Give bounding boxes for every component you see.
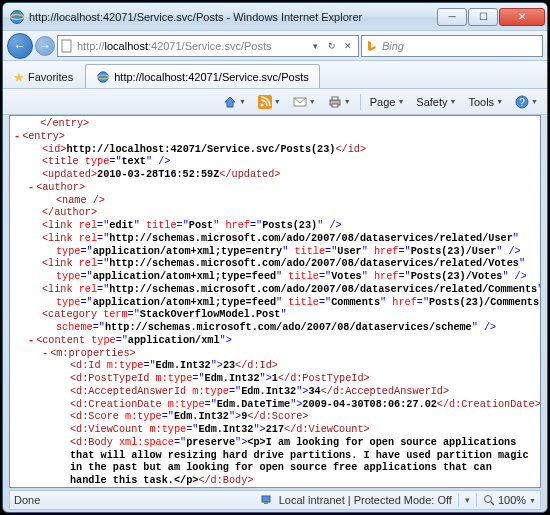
close-button[interactable]: ✕	[499, 8, 545, 26]
svg-rect-2	[62, 40, 71, 52]
browser-window: http://localhost:42071/Service.svc/Posts…	[2, 2, 548, 513]
refresh-button[interactable]: ↻	[324, 38, 340, 54]
search-box[interactable]: Bing	[361, 35, 543, 57]
favorites-button[interactable]: ★ Favorites	[7, 66, 79, 88]
search-placeholder: Bing	[382, 40, 404, 52]
protected-mode-icon[interactable]: ▾	[465, 495, 470, 505]
svg-rect-9	[332, 97, 338, 100]
command-bar: ▼ ▼ ▼ ▼ Page▼ Safety▼ Tools▼ ?▼	[3, 89, 547, 115]
rss-icon	[258, 95, 272, 109]
forward-button[interactable]: →	[35, 36, 55, 56]
print-button[interactable]: ▼	[325, 93, 354, 111]
address-bar[interactable]: http://localhost:42071/Service.svc/Posts…	[57, 35, 359, 57]
help-icon: ?	[515, 95, 529, 109]
ie-icon	[9, 9, 25, 25]
svg-point-15	[484, 496, 491, 503]
svg-text:?: ?	[519, 97, 525, 108]
stop-button[interactable]: ✕	[340, 38, 356, 54]
svg-rect-10	[332, 104, 338, 107]
page-menu[interactable]: Page▼	[367, 94, 408, 110]
print-icon	[328, 95, 342, 109]
back-button[interactable]: ←	[7, 33, 33, 59]
tools-menu[interactable]: Tools▼	[465, 94, 506, 110]
favorites-bar: ★ Favorites http://localhost:42071/Servi…	[3, 61, 547, 89]
home-icon	[223, 95, 237, 109]
page-icon	[60, 39, 74, 53]
zoom-control[interactable]: 100% ▼	[483, 494, 536, 506]
titlebar: http://localhost:42071/Service.svc/Posts…	[3, 3, 547, 31]
status-bar: Done Local intranet | Protected Mode: Of…	[9, 490, 541, 510]
minimize-button[interactable]: ─	[437, 8, 467, 26]
svg-point-3	[98, 71, 109, 82]
security-zone: Local intranet | Protected Mode: Off	[279, 494, 452, 506]
svg-line-16	[491, 502, 494, 505]
xml-content: </entry> -<entry> <id>http://localhost:4…	[9, 115, 541, 488]
dropdown-icon[interactable]: ▾	[308, 38, 324, 54]
intranet-icon	[259, 493, 273, 507]
status-text: Done	[14, 494, 40, 506]
nav-bar: ← → http://localhost:42071/Service.svc/P…	[3, 31, 547, 61]
tab-label: http://localhost:42071/Service.svc/Posts	[114, 71, 308, 83]
mail-icon	[293, 95, 307, 109]
url-text: http://localhost:42071/Service.svc/Posts	[77, 40, 308, 52]
svg-point-6	[260, 103, 263, 106]
ie-icon	[96, 70, 110, 84]
svg-rect-14	[264, 502, 268, 504]
home-button[interactable]: ▼	[220, 93, 249, 111]
safety-menu[interactable]: Safety▼	[413, 94, 459, 110]
star-icon: ★	[13, 70, 25, 85]
maximize-button[interactable]: ☐	[468, 8, 498, 26]
zoom-icon	[483, 494, 495, 506]
browser-tab[interactable]: http://localhost:42071/Service.svc/Posts	[85, 64, 319, 88]
window-title: http://localhost:42071/Service.svc/Posts…	[29, 11, 436, 23]
feeds-button[interactable]: ▼	[255, 93, 284, 111]
svg-point-0	[11, 10, 24, 23]
help-button[interactable]: ?▼	[512, 93, 541, 111]
bing-icon	[365, 39, 379, 53]
mail-button[interactable]: ▼	[290, 93, 319, 111]
svg-rect-13	[262, 496, 270, 502]
